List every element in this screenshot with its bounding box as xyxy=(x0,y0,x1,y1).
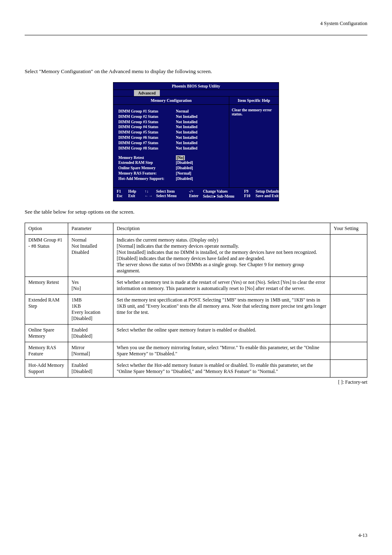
bios-dimm-label: DIMM Group #8 Status xyxy=(118,146,176,151)
cell-parameter: Mirror [Normal] xyxy=(68,342,113,359)
label-save-exit: Save and Exit xyxy=(256,194,280,198)
bios-tab-row: Advanced xyxy=(113,90,279,97)
table-footnote: [ ]: Factory-set xyxy=(25,379,367,385)
cell-option: Online Spare Memory xyxy=(25,324,68,342)
bios-dimm-row: DIMM Group #8 StatusNot Installed xyxy=(118,146,224,151)
bios-dimm-label: DIMM Group #3 Status xyxy=(118,120,176,125)
cell-description: Select whether the Hot-add memory featur… xyxy=(113,359,330,377)
cell-description: Indicates the current memory status. (Di… xyxy=(113,234,330,276)
cell-parameter: Enabled [Disabled] xyxy=(68,324,113,342)
bios-dimm-label: DIMM Group #6 Status xyxy=(118,135,176,140)
page-header: 4 System Configuration xyxy=(25,21,367,27)
bios-dimm-row: DIMM Group #7 StatusNot Installed xyxy=(118,140,224,146)
label-setup-defaults: Setup Defaults xyxy=(256,189,280,193)
cell-parameter: Enabled [Disabled] xyxy=(68,359,113,377)
bios-option-label: Hot-Add Memory Support: xyxy=(118,176,176,182)
col-your-setting: Your Setting xyxy=(330,223,367,234)
key-f9: F9 xyxy=(244,189,256,193)
key-plusminus: -/+ xyxy=(189,189,203,193)
label-select-item: Select Item xyxy=(156,189,189,193)
label-exit: Exit xyxy=(128,194,145,198)
label-help: Help xyxy=(128,189,145,193)
label-select-menu: Select Menu xyxy=(156,194,189,198)
bios-dimm-row: DIMM Group #4 StatusNot Installed xyxy=(118,124,224,130)
cell-your-setting xyxy=(330,324,367,342)
bios-dimm-label: DIMM Group #1 Status xyxy=(118,109,176,114)
table-header-row: Option Parameter Description Your Settin… xyxy=(25,223,367,234)
bios-option-row: Extended RAM Step[Disabled] xyxy=(118,160,224,166)
cell-your-setting xyxy=(330,294,367,324)
bios-tab-advanced: Advanced xyxy=(134,90,160,96)
intro-text: Select "Memory Configuration" on the Adv… xyxy=(25,68,367,75)
cell-option: Hot-Add Memory Support xyxy=(25,359,68,377)
bios-option-value: [Normal] xyxy=(176,171,191,176)
bios-option-label: Online Spare Memory xyxy=(118,166,176,171)
bios-dimm-value: Not Installed xyxy=(176,140,198,146)
key-f10: F10 xyxy=(244,194,256,198)
bios-dimm-row: DIMM Group #5 StatusNot Installed xyxy=(118,130,224,135)
bios-option-value: [No] xyxy=(176,155,185,161)
label-sub-menu: Select ▸ Sub-Menu xyxy=(203,194,244,198)
cell-option: Memory Retest xyxy=(25,276,68,294)
bios-help-text: Clear the memory error status. xyxy=(229,105,279,120)
bios-dimm-value: Not Installed xyxy=(176,130,198,135)
col-description: Description xyxy=(113,223,330,234)
bios-option-label: Memory RAS Feature: xyxy=(118,171,176,176)
bios-option-value: [Disabled] xyxy=(176,160,193,166)
cell-parameter: Normal Not Installed Disabled xyxy=(68,234,113,276)
page-number: 4-13 xyxy=(358,532,367,539)
cell-your-setting xyxy=(330,359,367,377)
col-option: Option xyxy=(25,223,68,234)
horizontal-rule xyxy=(25,35,367,35)
key-enter: Enter xyxy=(189,194,203,198)
table-row: Extended RAM Step1MB 1KB Every location … xyxy=(25,294,367,324)
bios-option-row: Memory RAS Feature:[Normal] xyxy=(118,171,224,176)
cell-option: DIMM Group #1 - #8 Status xyxy=(25,234,68,276)
key-esc: Esc xyxy=(117,194,128,198)
bios-dimm-row: DIMM Group #2 StatusNot Installed xyxy=(118,114,224,120)
cell-description: Set whether a memory test is made at the… xyxy=(113,276,330,294)
bios-dimm-value: Normal xyxy=(176,109,189,114)
cell-your-setting xyxy=(330,234,367,276)
options-table: Option Parameter Description Your Settin… xyxy=(25,223,367,378)
cell-option: Memory RAS Feature xyxy=(25,342,68,359)
table-row: Memory RAS FeatureMirror [Normal]When yo… xyxy=(25,342,367,359)
bios-dimm-value: Not Installed xyxy=(176,114,198,120)
bios-dimm-row: DIMM Group #6 StatusNot Installed xyxy=(118,135,224,140)
bios-subtitle: Memory Configuration xyxy=(113,97,229,105)
table-row: DIMM Group #1 - #8 StatusNormal Not Inst… xyxy=(25,234,367,276)
bios-dimm-value: Not Installed xyxy=(176,146,198,151)
cell-parameter: Yes [No] xyxy=(68,276,113,294)
bios-option-label: Memory Retest xyxy=(118,155,176,161)
bios-dimm-row: DIMM Group #1 StatusNormal xyxy=(118,109,224,114)
table-row: Memory RetestYes [No]Set whether a memor… xyxy=(25,276,367,294)
key-updown: ↑↓ xyxy=(145,189,156,193)
cell-option: Extended RAM Step xyxy=(25,294,68,324)
bios-help-title: Item Specific Help xyxy=(229,97,279,105)
cell-description: When you use the memory mirroring featur… xyxy=(113,342,330,359)
bios-title: Phoenix BIOS Setup Utility xyxy=(113,83,279,90)
bios-option-row: Online Spare Memory[Disabled] xyxy=(118,166,224,171)
cell-your-setting xyxy=(330,342,367,359)
table-caption: See the table below for setup options on… xyxy=(25,209,367,215)
bios-option-row: Memory Retest[No] xyxy=(118,155,224,161)
key-f1: F1 xyxy=(117,189,128,193)
bios-dimm-value: Not Installed xyxy=(176,124,198,130)
cell-description: Select whether the online spare memory f… xyxy=(113,324,330,342)
bios-dimm-row: DIMM Group #3 StatusNot Installed xyxy=(118,120,224,125)
bios-dimm-value: Not Installed xyxy=(176,120,198,125)
bios-option-value: [Disabled] xyxy=(176,166,193,171)
bios-dimm-label: DIMM Group #4 Status xyxy=(118,124,176,130)
cell-parameter: 1MB 1KB Every location [Disabled] xyxy=(68,294,113,324)
cell-description: Set the memory test specification at POS… xyxy=(113,294,330,324)
bios-option-label: Extended RAM Step xyxy=(118,160,176,166)
bios-dimm-label: DIMM Group #2 Status xyxy=(118,114,176,120)
bios-footer: F1 Help ↑↓ Select Item -/+ Change Values… xyxy=(113,187,279,201)
cell-your-setting xyxy=(330,276,367,294)
table-row: Hot-Add Memory SupportEnabled [Disabled]… xyxy=(25,359,367,377)
bios-content-area: DIMM Group #1 StatusNormalDIMM Group #2 … xyxy=(113,105,229,187)
table-row: Online Spare MemoryEnabled [Disabled]Sel… xyxy=(25,324,367,342)
bios-dimm-value: Not Installed xyxy=(176,135,198,140)
bios-screenshot: Phoenix BIOS Setup Utility Advanced Memo… xyxy=(113,82,279,201)
label-change-values: Change Values xyxy=(203,189,244,193)
